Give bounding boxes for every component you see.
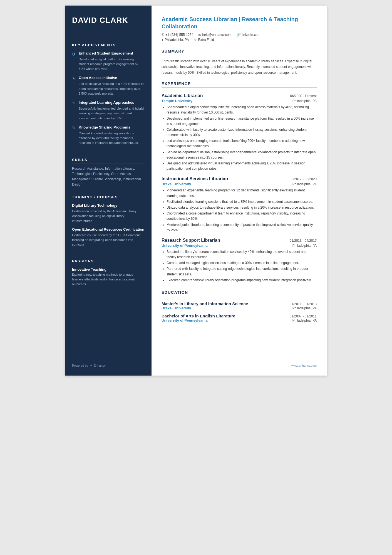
exp-header: Research Support Librarian 01/2013 - 04/… [162, 238, 317, 243]
email-value: help@enhancv.com [202, 33, 231, 37]
summary-section-title: SUMMARY [162, 49, 317, 55]
bullet-item: Utilized data analytics to reshape libra… [167, 205, 317, 210]
exp-org: Drexel University [162, 182, 191, 186]
bullet-item: Designed and administered virtual learni… [167, 161, 317, 171]
experience-section-title: EXPERIENCE [162, 82, 317, 88]
bullet-item: Curated and managed digital collections … [167, 260, 317, 266]
footer-url: www.enhancv.com [291, 364, 317, 367]
bullet-item: Partnered with faculty to integrate cutt… [167, 266, 317, 277]
edu-header: Bachelor of Arts in English Literature 0… [162, 314, 317, 318]
achievements-list: ◑ Enhanced Student Engagement Developed … [72, 51, 145, 150]
passions-section-title: PASSIONS [72, 259, 145, 265]
achievement-item: ☆ Integrated Learning Approaches Success… [72, 100, 145, 121]
edu-location: Philadelphia, PA [292, 306, 317, 310]
exp-header: Academic Librarian 06/2020 - Present [162, 93, 317, 98]
exp-org: Temple University [162, 99, 192, 103]
training-item: Open Educational Resources Certification… [72, 227, 145, 247]
linkedin-value: linkedin.com [242, 33, 260, 37]
achievement-title: Knowledge Sharing Programs [79, 125, 130, 130]
edu-org: University of Pennsylvania [162, 318, 207, 322]
education-section-title: EDUCATION [162, 290, 317, 296]
edu-sub: Drexel University Philadelphia, PA [162, 306, 317, 310]
exp-dates: 01/2013 - 04/2017 [290, 239, 317, 243]
powered-by-label: Powered by [72, 364, 88, 367]
achievement-desc: Created knowledge-sharing workshops atte… [72, 131, 145, 145]
achievement-title: Open Access Initiative [79, 76, 117, 80]
bullet-item: Boosted the library's research consultat… [167, 249, 317, 260]
exp-job-title: Instructional Services Librarian [162, 176, 228, 181]
exp-location: Philadelphia, PA [292, 99, 317, 103]
achievement-item: ✎ Knowledge Sharing Programs Created kno… [72, 125, 145, 145]
bullet-item: Led workshops on emerging research tools… [167, 138, 317, 149]
edu-location: Philadelphia, PA [292, 319, 317, 322]
sidebar: DAVID CLARK KEY ACHIEVEMENTS ◑ Enhanced … [65, 6, 152, 376]
edu-dates: 01/2011 - 01/2013 [290, 302, 317, 306]
location-contact: ● Philadelphia, PA [162, 38, 189, 42]
achievement-desc: Developed a digital platform increasing … [72, 57, 145, 71]
email-icon: ✉ [198, 33, 201, 37]
contact-row-2: ● Philadelphia, PA ☆ Extra Field [162, 38, 317, 42]
education-item: Bachelor of Arts in English Literature 0… [162, 310, 317, 322]
achievement-header: ★ Open Access Initiative [72, 76, 145, 80]
achievement-title: Integrated Learning Approaches [79, 100, 134, 105]
achievement-desc: Led an initiative resulting in a 40% inc… [72, 82, 145, 96]
exp-location: Philadelphia, PA [292, 182, 317, 186]
achievement-title: Enhanced Student Engagement [79, 51, 133, 56]
brand-name: Enhancv [94, 364, 106, 367]
passion-item: Innovative Teaching Exploring new teachi… [72, 267, 145, 287]
phone-value: +1-(234)-555-1234 [165, 33, 193, 37]
exp-bullets: Pioneered an experiential learning progr… [162, 188, 317, 233]
exp-dates: 06/2020 - Present [290, 94, 317, 98]
sidebar-footer: Powered by ∞ Enhancv [72, 356, 145, 367]
phone-contact: ✆ +1-(234)-555-1234 [162, 33, 193, 37]
exp-sub: Drexel University Philadelphia, PA [162, 182, 317, 186]
main-footer: www.enhancv.com [162, 356, 317, 367]
extra-value: Extra Field [198, 38, 214, 42]
achievement-header: ◑ Enhanced Student Engagement [72, 51, 145, 56]
edu-header: Master's in Library and Information Scie… [162, 301, 317, 306]
star-outline-icon: ☆ [72, 101, 76, 105]
contact-row: ✆ +1-(234)-555-1234 ✉ help@enhancv.com 🔗… [162, 33, 317, 37]
edu-dates: 01/2007 - 01/2011 [290, 314, 317, 318]
edu-org: Drexel University [162, 306, 191, 310]
summary-text: Enthusiastic librarian with over 10 year… [162, 58, 317, 75]
bullet-item: Served as department liaison, establishi… [167, 150, 317, 160]
training-section-title: TRAINING / COURSES [72, 195, 145, 201]
achievement-item: ★ Open Access Initiative Led an initiati… [72, 76, 145, 96]
exp-bullets: Spearheaded a digital scholarship initia… [162, 105, 317, 171]
achievement-header: ☆ Integrated Learning Approaches [72, 100, 145, 105]
exp-org: University of Pennsylvania [162, 243, 207, 248]
achievement-item: ◑ Enhanced Student Engagement Developed … [72, 51, 145, 71]
passion-desc: Exploring new teaching methods to engage… [72, 272, 145, 287]
training-item: Digital Library Technology Certification… [72, 203, 145, 223]
bullet-item: Spearheaded a digital scholarship initia… [167, 105, 317, 115]
edu-degree: Bachelor of Arts in English Literature [162, 314, 235, 318]
location-icon: ● [162, 38, 163, 42]
bullet-item: Pioneered an experiential learning progr… [167, 188, 317, 198]
star-contact-icon: ☆ [194, 38, 197, 42]
linkedin-contact: 🔗 linkedin.com [237, 33, 260, 37]
candidate-name: DAVID CLARK [72, 16, 145, 25]
wrench-icon: ✎ [72, 125, 76, 130]
enhancv-logo-icon: ∞ [90, 364, 92, 367]
job-title: Academic Success Librarian | Research & … [162, 16, 317, 30]
exp-location: Philadelphia, PA [292, 244, 317, 248]
edu-sub: University of Pennsylvania Philadelphia,… [162, 318, 317, 322]
training-desc: Certification provided by the American L… [72, 209, 145, 223]
exp-job-title: Academic Librarian [162, 93, 203, 98]
training-title: Digital Library Technology [72, 203, 145, 208]
experience-item: Academic Librarian 06/2020 - Present Tem… [162, 89, 317, 172]
education-item: Master's in Library and Information Scie… [162, 298, 317, 310]
exp-sub: Temple University Philadelphia, PA [162, 99, 317, 103]
exp-bullets: Boosted the library's research consultat… [162, 249, 317, 283]
skills-section-title: SKILLS [72, 158, 145, 164]
star-icon: ★ [72, 76, 76, 80]
resume-container: DAVID CLARK KEY ACHIEVEMENTS ◑ Enhanced … [65, 6, 327, 376]
bullet-item: Facilitated blended learning sessions th… [167, 199, 317, 204]
achievements-section-title: KEY ACHIEVEMENTS [72, 43, 145, 49]
bullet-item: Collaborated with faculty to create cust… [167, 127, 317, 138]
link-icon: 🔗 [237, 33, 241, 37]
achievement-desc: Successfully implemented blended and hyb… [72, 106, 145, 121]
training-desc: Certificate course offered by the OER Co… [72, 233, 145, 247]
phone-icon: ✆ [162, 33, 164, 37]
